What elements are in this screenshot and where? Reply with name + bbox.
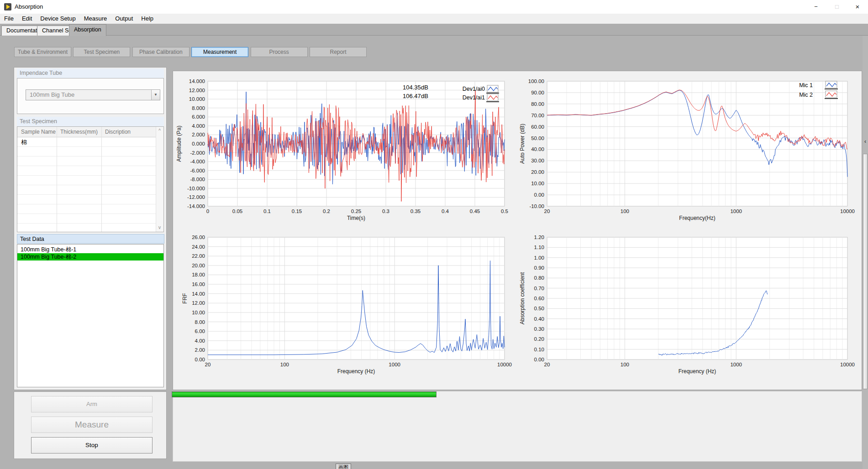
- menu-output[interactable]: Output: [111, 14, 137, 24]
- svg-text:6.00: 6.00: [195, 328, 205, 334]
- test-specimen-table[interactable]: Sample Name Thickness(mm) Discription 棉 …: [17, 126, 164, 232]
- title-bar: Absorption − □ ×: [0, 0, 868, 14]
- svg-text:1.20: 1.20: [534, 234, 544, 240]
- test-data-header: Test Data: [17, 234, 164, 244]
- svg-text:0.60: 0.60: [534, 296, 544, 301]
- subtab-measurement[interactable]: Measurement: [191, 47, 248, 57]
- frf-graph: 2010010001000026.0024.0022.0020.0018.001…: [176, 231, 510, 382]
- legend-plot-icon[interactable]: [487, 85, 498, 92]
- svg-text:1000: 1000: [730, 208, 742, 214]
- svg-text:0.90: 0.90: [534, 265, 544, 271]
- svg-text:-12.000: -12.000: [187, 194, 205, 200]
- svg-text:90.00: 90.00: [531, 90, 544, 95]
- svg-text:0.45: 0.45: [470, 208, 480, 214]
- svg-text:0.00: 0.00: [534, 357, 544, 362]
- subtab-report[interactable]: Report: [310, 47, 367, 57]
- menu-help[interactable]: Help: [137, 14, 158, 24]
- svg-text:26.00: 26.00: [192, 234, 205, 240]
- svg-text:4.00: 4.00: [195, 338, 205, 344]
- svg-text:60.00: 60.00: [531, 124, 544, 130]
- svg-text:2.000: 2.000: [192, 132, 205, 137]
- specimen-row-sample-name[interactable]: 棉: [21, 137, 27, 147]
- column-divider: [57, 127, 57, 232]
- svg-text:-10.000: -10.000: [187, 186, 205, 191]
- svg-text:30.00: 30.00: [531, 158, 544, 163]
- svg-text:-6.000: -6.000: [190, 168, 205, 173]
- svg-text:22.00: 22.00: [192, 253, 205, 259]
- subtab-test-specimen[interactable]: Test Specimen: [73, 47, 130, 57]
- legend-plot-icon[interactable]: [487, 94, 498, 101]
- svg-text:20.00: 20.00: [192, 263, 205, 268]
- test-data-list[interactable]: 100mm Big Tube-棉-1100mm Big Tube-棉-2: [17, 244, 164, 387]
- svg-text:10.00: 10.00: [531, 181, 544, 186]
- maximize-button[interactable]: □: [826, 0, 847, 14]
- impedance-tube-box: 100mm Big Tube ▼: [17, 78, 164, 114]
- svg-text:0.25: 0.25: [351, 208, 361, 214]
- svg-text:10000: 10000: [840, 208, 855, 214]
- arm-button[interactable]: Arm: [31, 396, 153, 412]
- svg-text:Frequency (Hz): Frequency (Hz): [337, 368, 375, 375]
- svg-text:12.000: 12.000: [189, 88, 205, 93]
- column-sample-name: Sample Name: [21, 127, 56, 137]
- test-data-item[interactable]: 100mm Big Tube-棉-1: [17, 246, 163, 253]
- impedance-tube-dropdown[interactable]: 100mm Big Tube ▼: [26, 89, 160, 100]
- svg-text:-10.00: -10.00: [529, 203, 544, 209]
- svg-text:0.00: 0.00: [195, 357, 205, 362]
- table-scrollbar[interactable]: ^ v: [156, 127, 163, 232]
- status-panel: [173, 391, 862, 462]
- test-specimen-table-header: Sample Name Thickness(mm) Discription: [17, 127, 156, 137]
- svg-text:10.00: 10.00: [192, 310, 205, 315]
- svg-text:0.20: 0.20: [534, 336, 544, 342]
- svg-text:0.50: 0.50: [534, 306, 544, 311]
- pane-collapse-icon[interactable]: ‹: [863, 139, 868, 144]
- subtab-process[interactable]: Process: [251, 47, 308, 57]
- svg-text:10.000: 10.000: [189, 96, 205, 102]
- svg-text:-2.000: -2.000: [190, 150, 205, 156]
- svg-text:106.47: 106.47: [403, 93, 421, 99]
- menu-edit[interactable]: Edit: [18, 14, 36, 24]
- dropdown-arrow-icon[interactable]: ▼: [151, 90, 160, 100]
- svg-text:-8.000: -8.000: [190, 177, 205, 182]
- subtab-tube-environment[interactable]: Tube & Environment: [14, 47, 71, 57]
- close-button[interactable]: ×: [847, 0, 868, 14]
- right-scrollbar-thumb[interactable]: [863, 154, 868, 389]
- scroll-down-icon[interactable]: v: [156, 224, 163, 231]
- progress-bar: [172, 391, 437, 397]
- column-divider: [101, 127, 102, 232]
- scroll-up-icon[interactable]: ^: [156, 128, 163, 134]
- window-title: Absorption: [15, 0, 43, 14]
- svg-text:0.35: 0.35: [410, 208, 421, 214]
- legend-plot-icon[interactable]: [826, 81, 837, 88]
- column-thickness: Thickness(mm): [60, 127, 98, 137]
- svg-text:10000: 10000: [840, 362, 855, 367]
- menu-file[interactable]: File: [0, 14, 18, 24]
- svg-text:FRF: FRF: [182, 293, 188, 303]
- svg-text:0.2: 0.2: [323, 208, 330, 214]
- svg-text:0.3: 0.3: [382, 208, 389, 214]
- stop-button[interactable]: Stop: [31, 437, 153, 453]
- test-data-item[interactable]: 100mm Big Tube-棉-2: [17, 253, 163, 261]
- svg-text:8.000: 8.000: [192, 105, 205, 111]
- svg-text:0.10: 0.10: [534, 347, 544, 352]
- absorption-coefficient-graph: 201001000100001.201.101.000.900.800.700.…: [515, 231, 862, 382]
- tab-absorption[interactable]: Absorption: [69, 24, 106, 36]
- menu-measure[interactable]: Measure: [80, 14, 111, 24]
- impedance-tube-value: 100mm Big Tube: [30, 90, 74, 100]
- svg-text:0.05: 0.05: [232, 208, 242, 214]
- bottom-partial-tab[interactable]: 画图: [336, 464, 351, 469]
- svg-text:70.00: 70.00: [531, 113, 544, 118]
- svg-text:16.00: 16.00: [192, 281, 205, 287]
- svg-text:Auto Power (dB): Auto Power (dB): [519, 124, 526, 164]
- svg-text:12.00: 12.00: [192, 300, 205, 306]
- svg-text:100: 100: [280, 362, 289, 367]
- legend-plot-icon[interactable]: [826, 91, 837, 98]
- menu-device-setup[interactable]: Device Setup: [36, 14, 79, 24]
- sidebar-panel: Impendace Tube 100mm Big Tube ▼ Test Spe…: [14, 67, 167, 390]
- minimize-button[interactable]: −: [805, 0, 826, 14]
- measure-button[interactable]: Measure: [31, 417, 153, 433]
- svg-text:20: 20: [544, 362, 550, 367]
- subtab-phase-calibration[interactable]: Phase Calibration: [132, 47, 189, 57]
- svg-text:20: 20: [544, 208, 550, 214]
- svg-text:0.80: 0.80: [534, 275, 544, 281]
- test-specimen-table-body[interactable]: 棉: [17, 137, 156, 232]
